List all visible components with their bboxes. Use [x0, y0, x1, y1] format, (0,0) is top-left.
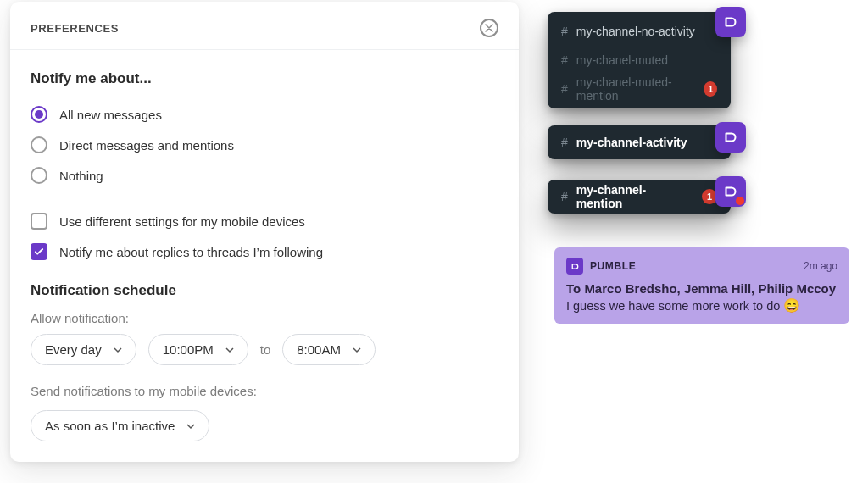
hash-icon: # — [561, 25, 568, 38]
toast-timestamp: 2m ago — [804, 260, 837, 272]
channel-item[interactable]: # my-channel-no-activity — [548, 17, 731, 46]
day-select[interactable]: Every day — [31, 334, 136, 365]
time-from-value: 10:00PM — [163, 342, 214, 357]
preferences-title: PREFERENCES — [31, 22, 119, 35]
toast-header: PUMBLE 2m ago — [566, 258, 837, 275]
channel-name: my-channel-mention — [576, 183, 691, 210]
to-label: to — [260, 342, 271, 357]
radio-icon — [31, 167, 47, 184]
chevron-down-icon — [186, 422, 195, 430]
notification-toast[interactable]: PUMBLE 2m ago To Marco Bredsho, Jemma Hi… — [554, 247, 849, 324]
channel-item[interactable]: # my-chanel-muted — [548, 46, 731, 75]
schedule-row: Every day 10:00PM to 8:00AM — [31, 334, 498, 365]
channel-card-activity: # my-channel-activity — [548, 125, 731, 159]
preferences-header: PREFERENCES — [10, 2, 519, 50]
channel-card-no-activity: # my-channel-no-activity # my-chanel-mut… — [548, 12, 731, 108]
hash-icon: # — [561, 53, 568, 67]
day-select-value: Every day — [45, 342, 102, 357]
channel-name: my-channel-no-activity — [576, 25, 695, 38]
preferences-panel: PREFERENCES Notify me about... All new m… — [10, 2, 519, 462]
radio-nothing[interactable]: Nothing — [31, 160, 498, 191]
notify-heading: Notify me about... — [31, 70, 498, 87]
mobile-send-value: As soon as I’m inactive — [45, 419, 175, 433]
preferences-body: Notify me about... All new messages Dire… — [10, 50, 519, 441]
toast-body-text: I guess we have some more work to do — [566, 299, 780, 313]
checkbox-mobile-settings[interactable]: Use different settings for my mobile dev… — [31, 206, 498, 236]
checkbox-label: Notify me about replies to threads I’m f… — [59, 245, 323, 259]
pumble-logo-icon — [721, 13, 740, 31]
hash-icon: # — [561, 136, 568, 149]
hash-icon: # — [561, 190, 568, 203]
app-logo-icon — [566, 258, 583, 275]
checkbox-thread-replies[interactable]: Notify me about replies to threads I’m f… — [31, 236, 498, 267]
app-logo-badge — [715, 7, 746, 37]
channel-name: my-channel-activity — [576, 136, 687, 149]
channel-item[interactable]: # my-channel-activity — [548, 125, 731, 159]
radio-direct-mentions[interactable]: Direct messages and mentions — [31, 130, 498, 160]
time-to-value: 8:00AM — [297, 342, 341, 357]
close-button[interactable] — [480, 19, 498, 37]
radio-icon — [31, 106, 47, 123]
radio-label: Direct messages and mentions — [59, 138, 234, 153]
smile-emoji-icon: 😄 — [783, 297, 800, 314]
mobile-send-select[interactable]: As soon as I’m inactive — [31, 410, 209, 441]
toast-title: To Marco Bredsho, Jemma Hill, Philip Mcc… — [566, 281, 837, 296]
mention-badge: 1 — [704, 81, 717, 97]
close-icon — [485, 24, 493, 32]
app-logo-badge — [715, 122, 746, 153]
channel-card-mention: # my-channel-mention 1 — [548, 180, 731, 214]
radio-label: Nothing — [59, 169, 103, 183]
time-from-select[interactable]: 10:00PM — [148, 334, 248, 365]
channel-name: my-chanel-muted — [576, 53, 668, 67]
channel-item[interactable]: # my-channel-mention 1 — [548, 180, 731, 214]
notification-dot-icon — [736, 197, 744, 205]
radio-icon — [31, 136, 47, 153]
channel-name: my-chanel-muted-mention — [576, 75, 696, 103]
hash-icon: # — [561, 82, 568, 96]
schedule-heading: Notification schedule — [31, 282, 498, 299]
toast-app-name: PUMBLE — [590, 260, 636, 272]
mobile-send-label: Send notifications to my mobile devices: — [31, 384, 498, 398]
radio-all-new-messages[interactable]: All new messages — [31, 99, 498, 130]
allow-label: Allow notification: — [31, 311, 498, 325]
checkbox-icon — [31, 243, 47, 260]
app-logo-badge — [715, 176, 746, 207]
channel-item[interactable]: # my-chanel-muted-mention 1 — [548, 75, 731, 103]
time-to-select[interactable]: 8:00AM — [282, 334, 376, 365]
radio-label: All new messages — [59, 108, 162, 122]
toast-body: I guess we have some more work to do 😄 — [566, 297, 837, 314]
checkbox-label: Use different settings for my mobile dev… — [59, 214, 305, 229]
chevron-down-icon — [225, 346, 234, 354]
checkbox-icon — [31, 213, 47, 230]
chevron-down-icon — [353, 346, 361, 354]
chevron-down-icon — [114, 346, 122, 354]
pumble-logo-icon — [721, 128, 740, 147]
